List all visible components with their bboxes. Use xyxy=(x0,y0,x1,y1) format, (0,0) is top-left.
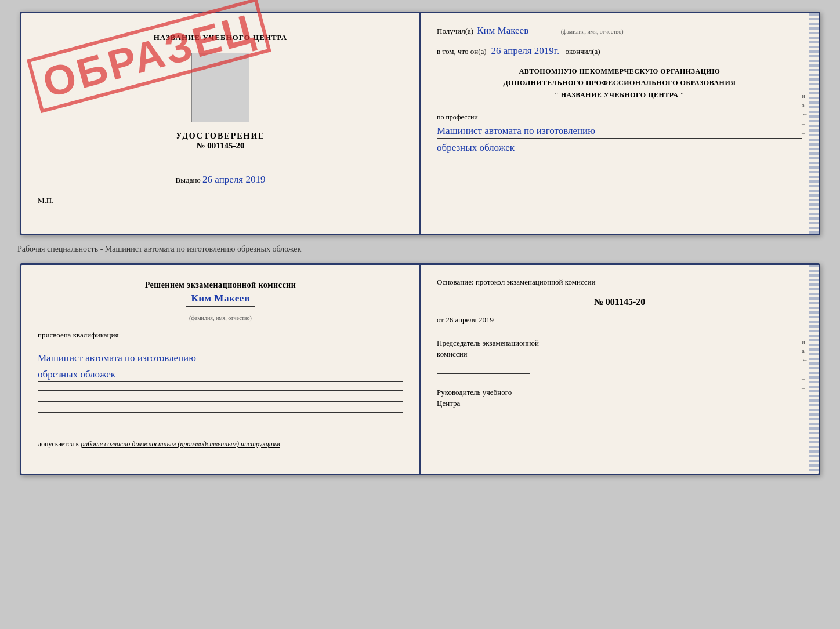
rukovoditel-sig-line xyxy=(437,412,530,423)
profession-line1: Машинист автомата по изготовлению xyxy=(437,124,802,139)
separator-text: Рабочая специальность - Машинист автомат… xyxy=(12,245,301,254)
org-line1: АВТОНОМНУЮ НЕКОММЕРЧЕСКУЮ ОРГАНИЗАЦИЮ xyxy=(437,66,802,77)
divider3 xyxy=(38,412,403,413)
doc-type-label: УДОСТОВЕРЕНИЕ xyxy=(176,132,265,141)
po-professii-label: по профессии xyxy=(437,113,478,121)
bottom-right-page: Основание: протокол экзаменационной коми… xyxy=(421,265,819,474)
org-line2: ДОПОЛНИТЕЛЬНОГО ПРОФЕССИОНАЛЬНОГО ОБРАЗО… xyxy=(437,77,802,89)
photo-placeholder xyxy=(191,53,249,122)
bottom-person-name: Ким Макеев xyxy=(186,291,255,307)
top-document-spread: НАЗВАНИЕ УЧЕБНОГО ЦЕНТРА УДОСТОВЕРЕНИЕ №… xyxy=(20,12,820,235)
profession-line2: обрезных обложек xyxy=(437,141,802,155)
bottom-side-bar-right xyxy=(809,265,819,474)
commission-line1: Решением экзаменационной комиссии xyxy=(38,279,403,291)
vtom-label: в том, что он(а) xyxy=(437,47,487,56)
rukovoditel-line1: Руководитель учебного Центра xyxy=(437,387,802,409)
vydano-label: Выдано xyxy=(176,176,201,184)
prisvoena-label: присвоена квалификация xyxy=(38,330,403,340)
side-bar-right xyxy=(809,13,819,234)
org-line3: " НАЗВАНИЕ УЧЕБНОГО ЦЕНТРА " xyxy=(437,89,802,101)
protocol-date-line: от 26 апреля 2019 xyxy=(437,315,802,325)
recipient-line: Получил(а) Ким Макеев – (фамилия, имя, о… xyxy=(437,25,802,37)
vydano-date: 26 апреля 2019 xyxy=(202,174,265,185)
osnovaniye-label: Основание: протокол экзаменационной коми… xyxy=(437,277,802,289)
dopuskaetsya-label: допускается к xyxy=(38,440,79,448)
dopuskaetsya-block: допускается к работе согласно должностны… xyxy=(38,440,403,449)
chairman-block: Председатель экзаменационной комиссии xyxy=(437,337,802,374)
protocol-date: 26 апреля 2019 xyxy=(446,315,494,324)
qualification-line2: обрезных обложек xyxy=(38,368,403,382)
divider1 xyxy=(38,390,403,391)
qualification-line1: Машинист автомата по изготовлению xyxy=(38,351,403,366)
divider2 xyxy=(38,401,403,402)
date-line: в том, что он(а) 26 апреля 2019г. окончи… xyxy=(437,45,802,57)
doc-number: № 001145-20 xyxy=(176,141,265,151)
dopuskaetsya-value: работе согласно должностным (производств… xyxy=(81,440,280,448)
poluchil-label: Получил(а) xyxy=(437,27,473,36)
bottom-fio-label: (фамилия, имя, отчество) xyxy=(38,315,403,321)
chairman-sig-line xyxy=(437,362,530,374)
top-right-page: Получил(а) Ким Макеев – (фамилия, имя, о… xyxy=(421,13,819,234)
okonchil-label: окончил(а) xyxy=(566,47,600,56)
top-left-page: НАЗВАНИЕ УЧЕБНОГО ЦЕНТРА УДОСТОВЕРЕНИЕ №… xyxy=(21,13,421,234)
profession-block: по профессии Машинист автомата по изгото… xyxy=(437,112,802,155)
commission-header: Решением экзаменационной комиссии Ким Ма… xyxy=(38,279,403,307)
bottom-document-spread: Решением экзаменационной комиссии Ким Ма… xyxy=(20,263,820,475)
vydano-line: Выдано 26 апреля 2019 xyxy=(176,174,266,186)
side-letters: и а ← – – – – xyxy=(802,92,808,155)
mp-label: М.П. xyxy=(38,196,53,205)
ot-label: от xyxy=(437,315,444,324)
protocol-number: № 001145-20 xyxy=(437,297,802,307)
bottom-qualification-block: Машинист автомата по изготовлению обрезн… xyxy=(38,349,403,383)
divider4 xyxy=(38,457,403,457)
chairman-line1: Председатель экзаменационной комиссии xyxy=(437,337,802,360)
udostoverenie-block: УДОСТОВЕРЕНИЕ № 001145-20 xyxy=(176,132,265,151)
school-name-top: НАЗВАНИЕ УЧЕБНОГО ЦЕНТРА xyxy=(154,33,288,42)
rukovoditel-block: Руководитель учебного Центра xyxy=(437,387,802,423)
completion-date: 26 апреля 2019г. xyxy=(491,45,561,57)
bottom-side-letters: и а ← – – – – xyxy=(802,338,808,401)
bottom-left-page: Решением экзаменационной комиссии Ким Ма… xyxy=(21,265,421,474)
org-block: АВТОНОМНУЮ НЕКОММЕРЧЕСКУЮ ОРГАНИЗАЦИЮ ДО… xyxy=(437,66,802,101)
recipient-name: Ким Макеев xyxy=(477,25,546,37)
fio-sublabel: (фамилия, имя, отчество) xyxy=(561,28,624,35)
